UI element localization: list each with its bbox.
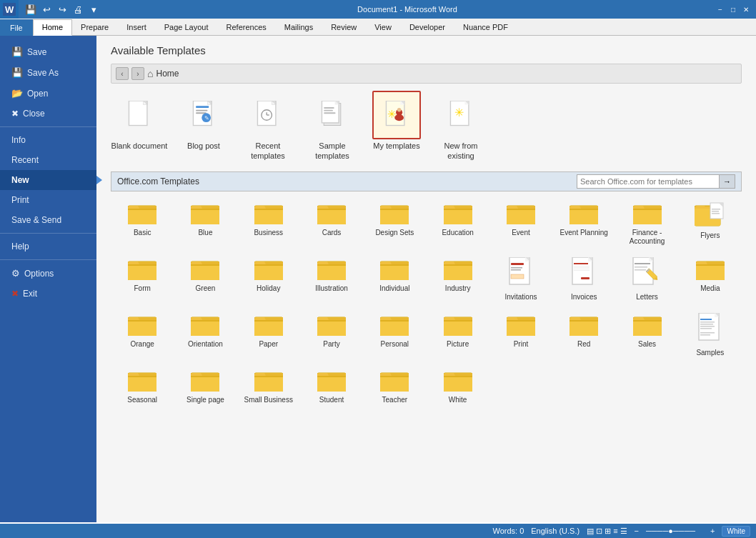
grid-item-business[interactable]: Business [237,199,300,249]
tab-prepare[interactable]: Prepare [72,19,118,35]
grid-item-samples[interactable]: Samples [679,310,742,360]
svg-rect-198 [380,376,409,377]
grid-item-print[interactable]: Print [489,310,552,360]
grid-item-student[interactable]: Student [300,366,363,407]
template-blog[interactable]: ✎ Blog post [175,91,232,161]
grid-item-sales[interactable]: Sales [615,310,678,360]
nav-new[interactable]: New [0,170,96,190]
back-button[interactable]: ‹ [116,67,129,80]
grid-item-event-planning[interactable]: Event Planning [552,199,615,249]
grid-item-blue[interactable]: Blue [174,199,237,249]
forward-button[interactable]: › [131,67,144,80]
tab-page-layout[interactable]: Page Layout [156,19,218,35]
nav-recent[interactable]: Recent [0,150,96,170]
svg-rect-131 [696,264,725,280]
outline-icon[interactable]: ≡ [613,527,617,535]
nav-close[interactable]: ✖Close [0,104,96,124]
grid-item-icon [128,369,156,394]
svg-rect-56 [380,209,409,210]
grid-item-icon [191,313,219,338]
nav-save[interactable]: 💾Save [0,41,96,62]
nav-open[interactable]: 📂Open [0,83,96,104]
redo-icon[interactable]: ↪ [56,3,69,16]
grid-item-industry[interactable]: Industry [427,254,489,304]
grid-item-orientation[interactable]: Orientation [174,310,237,360]
grid-item-personal[interactable]: Personal [363,310,426,360]
grid-item-icon [254,257,283,282]
grid-item-paper[interactable]: Paper [237,310,300,360]
nav-exit[interactable]: ✖Exit [0,284,96,304]
nav-print[interactable]: Print [0,190,96,210]
tab-view[interactable]: View [366,19,401,35]
more-qa-icon[interactable]: ▾ [87,3,100,16]
template-sample[interactable]: Sample templates [304,91,361,161]
zoom-level[interactable]: White [722,526,750,537]
maximize-button[interactable]: □ [727,4,739,14]
svg-rect-86 [191,264,219,280]
grid-item-single-page[interactable]: Single page [174,366,237,407]
grid-item-cards[interactable]: Cards [300,199,363,249]
draft-icon[interactable]: ☰ [620,527,627,536]
grid-item-event[interactable]: Event [489,199,552,249]
tab-nuance[interactable]: Nuance PDF [454,19,517,35]
grid-item-flyers[interactable]: Flyers [679,199,742,249]
grid-item-orange[interactable]: Orange [111,310,174,360]
grid-item-letters[interactable]: Letters [615,254,678,304]
undo-icon[interactable]: ↩ [40,3,53,16]
zoom-out-icon[interactable]: − [635,527,639,535]
template-my[interactable]: ✳ My templates [368,91,425,161]
nav-save-as[interactable]: 💾Save As [0,62,96,83]
svg-rect-194 [317,376,346,377]
zoom-slider[interactable]: ────●──── [646,527,703,535]
svg-rect-67 [570,209,598,224]
grid-item-small-business[interactable]: Small Business [237,366,300,407]
full-screen-icon[interactable]: ⊡ [596,527,602,536]
tab-insert[interactable]: Insert [118,19,156,35]
grid-item-education[interactable]: Education [427,199,489,249]
grid-item-design-sets[interactable]: Design Sets [363,199,426,249]
svg-rect-173 [700,322,715,323]
tab-mailings[interactable]: Mailings [276,19,322,35]
tab-home[interactable]: Home [33,19,72,36]
search-button[interactable]: → [720,174,735,189]
grid-item-picture[interactable]: Picture [427,310,489,360]
grid-item-media[interactable]: Media [679,254,742,304]
page-title: Available Templates [111,44,742,56]
grid-item-green[interactable]: Green [174,254,237,304]
template-new-existing[interactable]: ✳ New from existing [432,91,489,161]
grid-item-invoices[interactable]: Invoices [552,254,615,304]
grid-item-invitations[interactable]: Invitations [489,254,552,304]
tab-review[interactable]: Review [322,19,366,35]
grid-item-holiday[interactable]: Holiday [237,254,300,304]
search-input[interactable] [577,174,720,189]
web-layout-icon[interactable]: ⊞ [605,527,611,536]
grid-item-individual[interactable]: Individual [363,254,426,304]
tab-developer[interactable]: Developer [401,19,454,35]
grid-item-icon [317,257,346,282]
close-button[interactable]: ✕ [740,4,752,14]
nav-info[interactable]: Info [0,130,96,150]
grid-item-basic[interactable]: Basic [111,199,174,249]
grid-item-white[interactable]: White [427,366,489,407]
nav-help[interactable]: Help [0,236,96,256]
grid-item-party[interactable]: Party [300,310,363,360]
tab-references[interactable]: References [218,19,276,35]
print-layout-icon[interactable]: ▤ [587,527,594,536]
grid-item-red[interactable]: Red [552,310,615,360]
grid-item-teacher[interactable]: Teacher [363,366,426,407]
nav-save-send[interactable]: Save & Send [0,210,96,230]
template-blank[interactable]: Blank document [111,91,168,161]
tab-file[interactable]: File [0,19,33,36]
save-quickaccess-icon[interactable]: 💾 [24,3,37,16]
grid-item-finance---accounting[interactable]: Finance - Accounting [615,199,678,249]
grid-item-icon [570,313,598,338]
print-preview-icon[interactable]: 🖨 [71,3,84,16]
grid-item-seasonal[interactable]: Seasonal [111,366,174,407]
zoom-in-icon[interactable]: + [710,527,715,535]
home-icon[interactable]: ⌂ [147,68,153,79]
nav-options[interactable]: ⚙Options [0,263,96,284]
grid-item-form[interactable]: Form [111,254,174,304]
grid-item-illustration[interactable]: Illustration [300,254,363,304]
minimize-button[interactable]: − [715,4,726,14]
template-recent[interactable]: Recent templates [239,91,297,161]
